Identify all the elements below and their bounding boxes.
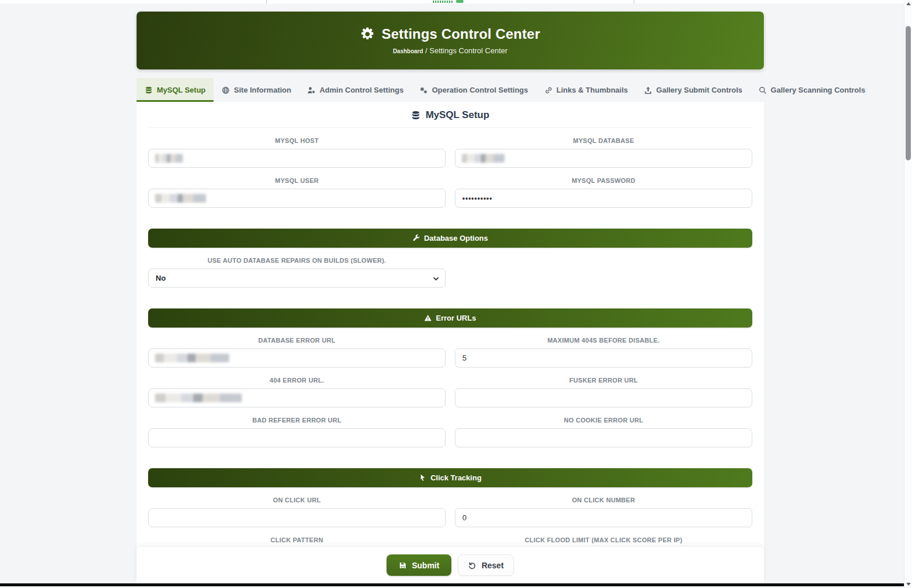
settings-page: Settings Control Center Dashboard / Sett… (0, 0, 912, 588)
no-cookie-error-url-label: NO COOKIE ERROR URL (455, 417, 752, 424)
redacted-value (155, 154, 183, 163)
gear-icon (361, 27, 374, 41)
mysql-database-label: MYSQL DATABASE (455, 137, 752, 145)
tab-label: Admin Control Settings (319, 86, 403, 94)
tab-links-thumbnails[interactable]: Links & Thumbnails (536, 78, 637, 102)
link-icon (545, 86, 553, 94)
mysql-password-field: MYSQL PASSWORD (455, 177, 752, 208)
on-click-number-label: ON CLICK NUMBER (455, 497, 752, 504)
redacted-value (462, 154, 505, 163)
breadcrumb: Dashboard / Settings Control Center (393, 46, 508, 55)
tab-label: Operation Control Settings (432, 86, 528, 94)
tab-label: Site Information (234, 86, 291, 94)
auto-repair-field: USE AUTO DATABASE REPAIRS ON BUILDS (SLO… (148, 257, 446, 288)
bad-referer-error-url-field: BAD REFERER ERROR URL (148, 417, 446, 447)
mysql-user-field: MYSQL USER (148, 177, 446, 208)
tab-mysql-setup[interactable]: MySQL Setup (137, 78, 214, 102)
database-icon (411, 111, 421, 120)
upload-icon (644, 86, 652, 94)
globe-icon (222, 86, 230, 94)
mysql-host-input[interactable] (148, 149, 446, 168)
auto-repair-label: USE AUTO DATABASE REPAIRS ON BUILDS (SLO… (148, 257, 446, 264)
mysql-host-label: MYSQL HOST (148, 137, 446, 145)
max-404s-input[interactable] (455, 348, 752, 368)
on-click-number-field: ON CLICK NUMBER (455, 497, 752, 527)
section-heading: MySQL Setup (148, 102, 752, 128)
cursor-icon (419, 474, 426, 482)
scroll-up-arrow[interactable] (906, 2, 911, 5)
tab-label: MySQL Setup (157, 86, 205, 94)
no-cookie-error-url-field: NO COOKIE ERROR URL (455, 417, 752, 447)
tab-gallery-submit-controls[interactable]: Gallery Submit Controls (636, 78, 751, 102)
tab-gallery-scanning-controls[interactable]: Gallery Scanning Controls (751, 78, 873, 102)
tab-site-information[interactable]: Site Information (214, 78, 299, 102)
click-tracking-band: Click Tracking (148, 468, 752, 487)
scrollbar-thumb[interactable] (906, 26, 911, 160)
band-title: Click Tracking (431, 473, 481, 482)
fusker-error-url-field: FUSKER ERROR URL (455, 377, 752, 407)
bottom-dark-strip (0, 583, 904, 586)
undo-icon (468, 561, 476, 569)
wrench-icon (413, 234, 420, 242)
section-title: MySQL Setup (425, 109, 489, 121)
warning-icon (424, 314, 432, 322)
fusker-error-url-input[interactable] (455, 388, 752, 407)
form-action-bar: Submit Reset (137, 547, 764, 583)
settings-tab-bar: MySQL Setup Site Information Admin Contr… (137, 78, 764, 102)
max-404s-label: MAXIMUM 404S BEFORE DISABLE. (455, 337, 752, 344)
mysql-password-label: MYSQL PASSWORD (455, 177, 752, 185)
database-error-url-label: DATABASE ERROR URL (148, 337, 446, 344)
submit-button[interactable]: Submit (387, 554, 451, 576)
band-title: Database Options (424, 234, 488, 242)
redacted-value (155, 354, 229, 362)
reset-button[interactable]: Reset (458, 554, 514, 576)
click-flood-limit-label: CLICK FLOOD LIMIT (MAX CLICK SCORE PER I… (455, 536, 752, 544)
mysql-user-label: MYSQL USER (148, 177, 446, 185)
on-click-url-label: ON CLICK URL (148, 497, 446, 504)
breadcrumb-current: Settings Control Center (429, 46, 508, 55)
band-title: Error URLs (436, 314, 476, 322)
breadcrumb-dashboard-link[interactable]: Dashboard (393, 48, 423, 54)
database-error-url-field: DATABASE ERROR URL (148, 337, 446, 368)
click-pattern-label: CLICK PATTERN (148, 536, 446, 544)
tab-admin-control-settings[interactable]: Admin Control Settings (299, 78, 411, 102)
mysql-password-input[interactable] (455, 189, 752, 208)
reset-label: Reset (481, 561, 503, 570)
tab-label: Gallery Submit Controls (656, 86, 742, 94)
bad-referer-error-url-label: BAD REFERER ERROR URL (148, 417, 446, 424)
redacted-value (155, 394, 242, 402)
save-icon (399, 561, 407, 569)
on-click-url-input[interactable] (148, 508, 446, 527)
auto-repair-select[interactable]: No (148, 269, 446, 288)
404-error-url-field: 404 ERROR URL. (148, 377, 446, 407)
page-title: Settings Control Center (382, 26, 540, 42)
fusker-error-url-label: FUSKER ERROR URL (455, 377, 752, 384)
database-icon (145, 86, 153, 94)
gears-icon (420, 86, 428, 94)
no-cookie-error-url-input[interactable] (455, 428, 752, 447)
scroll-down-arrow[interactable] (906, 583, 911, 586)
mysql-setup-panel: MySQL Setup MYSQL HOST MYSQL DATABASE (137, 102, 764, 583)
error-urls-band: Error URLs (148, 308, 752, 328)
tab-operation-control-settings[interactable]: Operation Control Settings (411, 78, 536, 102)
redacted-value (155, 194, 206, 203)
on-click-number-input[interactable] (455, 508, 752, 527)
database-options-band: Database Options (148, 229, 752, 248)
search-icon (759, 86, 767, 94)
user-gear-icon (307, 86, 315, 94)
page-header: Settings Control Center Dashboard / Sett… (137, 12, 764, 69)
mysql-database-field: MYSQL DATABASE (455, 137, 752, 168)
tab-label: Gallery Scanning Controls (771, 86, 865, 94)
tab-label: Links & Thumbnails (557, 86, 628, 94)
vertical-scrollbar[interactable] (904, 0, 912, 588)
page-title-row: Settings Control Center (361, 26, 540, 42)
submit-label: Submit (412, 561, 439, 570)
breadcrumb-separator: / (425, 46, 428, 55)
mysql-host-field: MYSQL HOST (148, 137, 446, 168)
404-error-url-label: 404 ERROR URL. (148, 377, 446, 384)
bad-referer-error-url-input[interactable] (148, 428, 446, 447)
max-404s-field: MAXIMUM 404S BEFORE DISABLE. (455, 337, 752, 368)
on-click-url-field: ON CLICK URL (148, 497, 446, 527)
